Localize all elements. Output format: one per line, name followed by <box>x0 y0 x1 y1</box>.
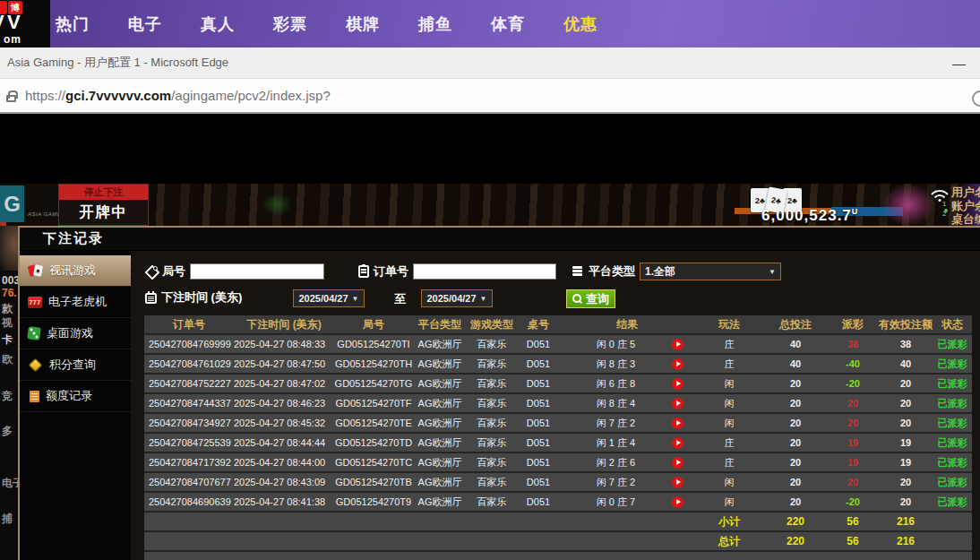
nav-item[interactable]: 彩票 <box>273 13 307 35</box>
header-cell: 有效投注额 <box>879 317 933 332</box>
slot-icon <box>28 297 42 308</box>
time-cell: 2025-04-27 08:41:38 <box>234 496 334 507</box>
payout-cell: 20 <box>827 418 879 428</box>
table-no-cell: D051 <box>517 358 560 369</box>
platform-cell: AG欧洲厅 <box>413 495 467 509</box>
table-row: 250427084690639 2025-04-27 08:41:38 GD05… <box>144 493 972 513</box>
game-cell: 百家乐 <box>467 377 517 391</box>
bet-type-cell: 闲 <box>694 397 764 410</box>
backdrop-glow <box>262 193 292 216</box>
table-no-cell: D051 <box>517 437 560 448</box>
site-logo[interactable]: 博 V V om <box>0 0 50 47</box>
sidebar-item[interactable]: 电子老虎机 <box>20 287 131 318</box>
nav-item[interactable]: 真人 <box>201 13 235 35</box>
table-no-cell: D051 <box>517 496 560 507</box>
game-cell: 百家乐 <box>467 436 517 450</box>
platform-cell: AG欧洲厅 <box>413 436 467 450</box>
time-cell: 2025-04-27 08:47:50 <box>234 358 334 369</box>
status-cell: 已派彩 <box>933 495 972 509</box>
seat-numbers: 12 <box>942 201 946 218</box>
order-input[interactable] <box>413 263 556 280</box>
url-text[interactable]: https://gci.7vvvvvv.com/agingame/pcv2/in… <box>25 88 331 103</box>
nav-item[interactable]: 热门 <box>56 13 90 35</box>
lock-icon[interactable] <box>6 95 16 102</box>
game-cell: 百家乐 <box>467 358 517 371</box>
sidebar-item[interactable]: 桌面游戏 <box>20 318 131 349</box>
table-row: 250427084734927 2025-04-27 08:45:32 GD05… <box>144 414 972 434</box>
nav-item[interactable]: 电子 <box>128 13 162 35</box>
sidebar-item[interactable]: 视讯游戏 <box>20 255 131 287</box>
sidebar-item-label: 额度记录 <box>46 388 92 404</box>
result-cell: 闲 7 庄 2 <box>560 476 694 489</box>
result-cell: 闲 8 庄 3 <box>560 358 694 371</box>
search-button[interactable]: 查询 <box>566 289 615 308</box>
valid-bet-cell: 20 <box>879 378 933 389</box>
nav-item[interactable]: 棋牌 <box>346 13 380 35</box>
round-input[interactable] <box>190 263 324 280</box>
account-info-line: 桌台编号 <box>951 212 980 226</box>
logo-letter: V <box>7 11 21 34</box>
sidebar-item[interactable]: 额度记录 <box>20 381 131 412</box>
game-cell: 百家乐 <box>467 338 517 351</box>
result-text: 闲 7 庄 2 <box>560 476 672 489</box>
play-icon[interactable] <box>672 398 683 409</box>
date-to-select[interactable]: 2025/04/27 <box>421 289 493 307</box>
background-fragment: 捕 <box>2 512 13 527</box>
header-cell: 局号 <box>334 317 413 332</box>
gem-icon <box>29 358 43 372</box>
background-fragment: 多 <box>2 424 13 439</box>
valid-bet-cell: 20 <box>879 496 933 507</box>
result-cell: 闲 7 庄 2 <box>560 417 694 430</box>
platform-select[interactable]: 1.全部 <box>640 263 781 280</box>
nav-item[interactable]: 优惠 <box>563 13 597 35</box>
play-icon[interactable] <box>672 418 683 429</box>
background-left-strip: 003 76. 款 视 卡 欧 竞 多 电子 捕 <box>0 226 18 560</box>
bet-type-cell: 闲 <box>694 476 764 489</box>
game-cell: 百家乐 <box>467 456 517 470</box>
nav-menu: 热门 电子 真人 彩票 棋牌 捕鱼 体育 优惠 <box>56 0 597 47</box>
play-icon[interactable] <box>672 339 683 350</box>
table-no-cell: D051 <box>517 457 560 468</box>
header-cell: 派彩 <box>827 317 879 332</box>
platform-cell: AG欧洲厅 <box>413 358 467 371</box>
table-header: 订单号 下注时间 (美东) 局号 平台类型 游戏类型 桌号 结果 玩法 总投注 … <box>144 315 972 335</box>
nav-item[interactable]: 体育 <box>491 13 525 35</box>
status-cell: 已派彩 <box>933 397 972 410</box>
status-cell: 已派彩 <box>933 456 972 470</box>
date-from-select[interactable]: 2025/04/27 <box>293 289 365 307</box>
header-cell: 总投注 <box>764 317 827 332</box>
total-bet-cell: 20 <box>764 437 827 448</box>
result-text: 闲 8 庄 3 <box>560 358 672 371</box>
play-icon[interactable] <box>672 378 683 390</box>
sidebar-item[interactable]: 积分查询 <box>20 349 131 381</box>
result-text: 闲 7 庄 2 <box>560 417 672 430</box>
header-cell: 结果 <box>560 314 694 334</box>
play-icon[interactable] <box>672 457 683 469</box>
result-text: 闲 1 庄 4 <box>560 436 672 450</box>
play-icon[interactable] <box>672 437 683 449</box>
minimize-button[interactable]: — <box>947 47 971 78</box>
jackpot-value: 6,000,523.7U <box>761 207 858 225</box>
layers-icon <box>572 265 584 278</box>
account-info: 用户名称账户余额桌台编号 <box>951 185 980 226</box>
header-cell: 状态 <box>933 317 972 332</box>
play-icon[interactable] <box>672 496 683 508</box>
payout-cell: 20 <box>827 398 879 409</box>
table-row: 250427084725539 2025-04-27 08:44:44 GD05… <box>144 434 972 453</box>
status-cell: 已派彩 <box>933 476 972 489</box>
bet-type-cell: 庄 <box>694 338 764 351</box>
table-no-cell: D051 <box>517 398 560 409</box>
play-icon[interactable] <box>672 358 683 370</box>
nav-item[interactable]: 捕鱼 <box>418 13 452 35</box>
payout-cell: 19 <box>827 457 879 468</box>
status-cell: 已派彩 <box>933 338 972 351</box>
bet-type-cell: 庄 <box>694 358 764 371</box>
platform-cell: AG欧洲厅 <box>413 377 467 391</box>
browser-extension-icon[interactable] <box>972 90 980 107</box>
calendar-icon <box>145 293 157 304</box>
play-icon[interactable] <box>672 477 683 488</box>
url-bar[interactable]: https://gci.7vvvvvv.com/agingame/pcv2/in… <box>0 79 980 114</box>
bet-type-cell: 闲 <box>694 495 764 509</box>
total-total-bet: 220 <box>764 535 827 547</box>
time-cell: 2025-04-27 08:44:00 <box>234 457 334 468</box>
